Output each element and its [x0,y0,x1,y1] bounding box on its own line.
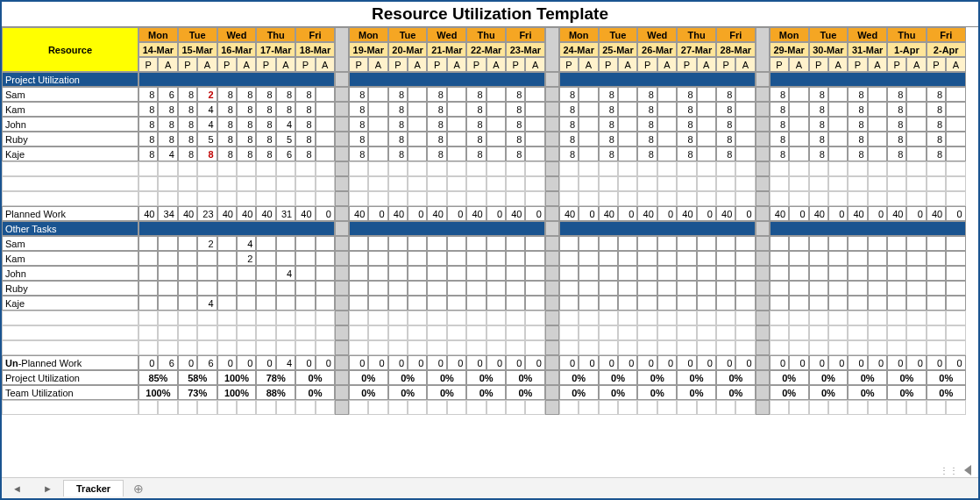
data-cell[interactable] [316,281,335,296]
data-cell[interactable] [217,296,237,311]
data-cell[interactable] [657,87,677,102]
data-cell[interactable]: 8 [716,87,735,102]
data-cell[interactable]: 5 [197,132,217,146]
data-cell[interactable]: 8 [770,146,789,161]
data-cell[interactable] [927,266,946,281]
data-cell[interactable] [427,281,446,296]
data-cell[interactable] [158,236,177,251]
data-cell[interactable] [599,236,618,251]
data-cell[interactable] [657,236,677,251]
data-cell[interactable] [927,281,946,296]
data-cell[interactable] [447,102,466,117]
data-cell[interactable]: 8 [388,87,408,102]
data-cell[interactable]: 6 [158,87,177,102]
data-cell[interactable] [906,266,926,281]
data-cell[interactable]: 8 [677,117,696,132]
data-cell[interactable]: 8 [178,146,197,161]
data-cell[interactable] [657,102,677,117]
data-cell[interactable] [447,132,466,146]
data-cell[interactable]: 8 [809,132,828,146]
data-cell[interactable]: 8 [388,146,408,161]
data-cell[interactable] [427,236,446,251]
data-cell[interactable]: 4 [276,117,295,132]
data-cell[interactable] [697,296,716,311]
data-cell[interactable] [868,102,887,117]
data-cell[interactable] [525,117,544,132]
data-cell[interactable] [138,236,158,251]
data-cell[interactable] [349,236,368,251]
data-cell[interactable]: 8 [770,132,789,146]
data-cell[interactable] [906,132,926,146]
data-cell[interactable] [486,132,506,146]
data-cell[interactable] [486,296,506,311]
data-cell[interactable] [946,132,965,146]
data-cell[interactable] [735,236,755,251]
data-cell[interactable] [809,236,828,251]
data-cell[interactable] [178,236,197,251]
data-cell[interactable]: 8 [237,87,256,102]
data-cell[interactable]: 8 [770,102,789,117]
data-cell[interactable]: 8 [217,102,237,117]
data-cell[interactable] [789,102,808,117]
data-cell[interactable] [716,266,735,281]
data-cell[interactable]: 8 [178,117,197,132]
data-cell[interactable] [276,281,295,296]
data-cell[interactable] [178,251,197,266]
data-cell[interactable] [716,296,735,311]
data-cell[interactable] [828,281,848,296]
data-cell[interactable] [276,251,295,266]
data-cell[interactable] [368,281,387,296]
data-cell[interactable] [828,87,848,102]
data-cell[interactable]: 8 [349,87,368,102]
data-cell[interactable] [906,117,926,132]
data-cell[interactable] [466,266,486,281]
data-cell[interactable] [697,146,716,161]
data-cell[interactable] [657,132,677,146]
data-cell[interactable]: 8 [637,87,657,102]
data-cell[interactable] [256,251,275,266]
data-cell[interactable] [237,281,256,296]
data-cell[interactable] [868,87,887,102]
data-cell[interactable] [579,236,598,251]
data-cell[interactable] [559,251,579,266]
data-cell[interactable] [349,266,368,281]
data-cell[interactable] [657,296,677,311]
data-cell[interactable] [427,296,446,311]
data-cell[interactable]: 8 [716,117,735,132]
data-cell[interactable] [368,87,387,102]
data-cell[interactable]: 8 [466,87,486,102]
data-cell[interactable] [637,236,657,251]
data-cell[interactable] [618,87,637,102]
data-cell[interactable] [486,117,506,132]
data-cell[interactable]: 8 [158,102,177,117]
data-cell[interactable] [887,236,906,251]
data-cell[interactable]: 8 [559,132,579,146]
data-cell[interactable] [657,146,677,161]
data-cell[interactable] [789,296,808,311]
data-cell[interactable]: 8 [848,102,867,117]
data-cell[interactable] [946,281,965,296]
data-cell[interactable] [697,132,716,146]
data-cell[interactable] [735,266,755,281]
data-cell[interactable] [486,236,506,251]
data-cell[interactable]: 8 [388,102,408,117]
data-cell[interactable] [316,296,335,311]
data-cell[interactable] [579,87,598,102]
data-cell[interactable]: 8 [237,146,256,161]
data-cell[interactable]: 8 [427,102,446,117]
data-cell[interactable] [828,146,848,161]
data-cell[interactable] [506,236,525,251]
data-cell[interactable] [828,102,848,117]
data-cell[interactable]: 8 [178,102,197,117]
data-cell[interactable] [809,281,828,296]
data-cell[interactable]: 4 [276,266,295,281]
data-cell[interactable]: 8 [887,87,906,102]
data-cell[interactable]: 8 [848,146,867,161]
data-cell[interactable]: 8 [677,102,696,117]
data-cell[interactable]: 8 [138,102,158,117]
data-cell[interactable] [868,146,887,161]
data-cell[interactable] [506,266,525,281]
data-cell[interactable] [368,117,387,132]
data-cell[interactable] [138,281,158,296]
data-cell[interactable]: 8 [295,146,315,161]
